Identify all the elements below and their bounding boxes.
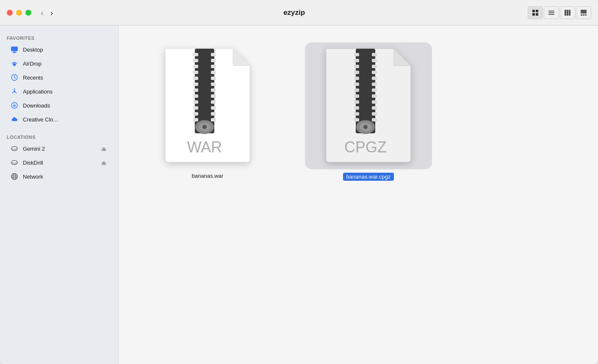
svg-rect-35 (193, 88, 198, 92)
content-area: WAR bananas.war (119, 25, 598, 364)
svg-point-21 (11, 146, 17, 151)
svg-rect-43 (211, 65, 216, 68)
svg-rect-9 (569, 10, 570, 16)
sidebar-label-diskdrill: DiskDrill (23, 160, 43, 166)
recents-icon (10, 73, 19, 82)
svg-rect-7 (565, 10, 566, 16)
svg-rect-3 (536, 13, 538, 16)
svg-rect-74 (372, 77, 377, 80)
creative-cloud-icon (10, 115, 19, 124)
maximize-button[interactable] (25, 10, 31, 16)
sidebar-label-creative-cloud: Creative Clo… (23, 116, 59, 123)
sidebar-label-desktop: Desktop (23, 47, 43, 53)
svg-rect-68 (354, 112, 359, 116)
svg-rect-11 (581, 14, 582, 16)
svg-rect-60 (354, 65, 359, 68)
main-layout: Favorites Desktop (0, 25, 598, 364)
forward-button[interactable]: › (48, 8, 56, 18)
sidebar-label-airdrop: AirDrop (23, 61, 42, 67)
svg-rect-63 (354, 83, 359, 86)
airdrop-icon (10, 59, 19, 68)
svg-rect-59 (354, 59, 359, 62)
svg-rect-49 (211, 100, 216, 104)
sidebar-item-network[interactable]: Network (3, 170, 115, 183)
sidebar-item-downloads[interactable]: Downloads (3, 99, 115, 112)
sidebar-item-diskdrill[interactable]: DiskDrill ⏏ (3, 156, 115, 169)
eject-diskdrill-button[interactable]: ⏏ (100, 159, 108, 167)
close-button[interactable] (7, 10, 13, 16)
svg-rect-39 (193, 112, 198, 116)
svg-rect-64 (354, 88, 359, 92)
svg-text:CPGZ: CPGZ (344, 138, 387, 156)
svg-rect-72 (372, 65, 377, 68)
sidebar-label-network: Network (23, 174, 43, 180)
view-controls (528, 6, 591, 19)
cpgz-file-icon: CPGZ (318, 49, 419, 163)
svg-rect-67 (354, 106, 359, 110)
svg-rect-2 (532, 13, 535, 16)
sidebar-item-creative-cloud[interactable]: Creative Clo… (3, 113, 115, 126)
svg-text:WAR: WAR (187, 138, 222, 156)
svg-rect-29 (193, 53, 198, 56)
sidebar-item-airdrop[interactable]: AirDrop (3, 57, 115, 70)
file-item-war[interactable]: WAR bananas.war (144, 42, 271, 179)
eject-gemini2-button[interactable]: ⏏ (100, 145, 108, 153)
gallery-view-button[interactable] (576, 6, 591, 19)
finder-window: ‹ › ezyzip (0, 0, 598, 364)
svg-rect-76 (372, 88, 377, 92)
svg-rect-78 (372, 100, 377, 104)
svg-point-55 (202, 125, 207, 129)
svg-rect-71 (372, 59, 377, 62)
svg-rect-42 (211, 59, 216, 62)
sidebar-item-gemini2[interactable]: Gemini 2 ⏏ (3, 142, 115, 155)
network-icon (10, 172, 19, 181)
list-view-button[interactable] (544, 6, 559, 19)
back-button[interactable]: ‹ (38, 8, 46, 18)
sidebar-label-gemini2: Gemini 2 (23, 146, 45, 152)
svg-rect-37 (193, 100, 198, 104)
desktop-icon (10, 45, 19, 54)
gallery-icon (580, 9, 587, 17)
diskdrill-left: DiskDrill (10, 158, 43, 167)
svg-rect-10 (581, 10, 587, 14)
svg-rect-13 (585, 14, 587, 16)
sidebar-label-recents: Recents (23, 74, 43, 81)
sidebar-item-desktop[interactable]: Desktop (3, 43, 115, 56)
sidebar-item-recents[interactable]: Recents (3, 71, 115, 84)
svg-rect-52 (211, 118, 216, 121)
window-title: ezyzip (61, 8, 528, 17)
svg-rect-81 (372, 118, 377, 121)
svg-rect-45 (211, 77, 216, 80)
svg-point-84 (363, 125, 368, 129)
svg-rect-33 (193, 77, 198, 80)
columns-icon (564, 9, 571, 17)
svg-rect-5 (548, 12, 554, 13)
svg-rect-0 (532, 10, 535, 12)
svg-rect-14 (11, 47, 18, 51)
drive-icon-gemini (10, 144, 19, 153)
minimize-button[interactable] (16, 10, 22, 16)
svg-rect-69 (354, 118, 359, 121)
svg-rect-80 (372, 112, 377, 116)
svg-rect-1 (536, 10, 538, 12)
svg-rect-70 (372, 53, 377, 56)
grid-icon (532, 9, 539, 17)
locations-header: Locations (0, 131, 118, 141)
file-icon-wrapper-war: WAR (144, 42, 271, 169)
svg-rect-66 (354, 100, 359, 104)
columns-view-button[interactable] (560, 6, 575, 19)
sidebar-item-applications[interactable]: Applications (3, 85, 115, 98)
sidebar-label-downloads: Downloads (23, 102, 50, 109)
svg-rect-6 (548, 14, 554, 15)
svg-rect-51 (211, 112, 216, 116)
svg-rect-77 (372, 94, 377, 98)
file-item-cpgz[interactable]: CPGZ bananas.war.cpgz (305, 42, 432, 181)
sidebar-label-applications: Applications (23, 88, 53, 95)
svg-rect-58 (354, 53, 359, 56)
grid-view-button[interactable] (528, 6, 543, 19)
favorites-header: Favorites (0, 32, 118, 42)
titlebar: ‹ › ezyzip (0, 0, 598, 25)
svg-rect-32 (193, 71, 198, 74)
svg-rect-79 (372, 106, 377, 110)
list-icon (548, 9, 555, 17)
